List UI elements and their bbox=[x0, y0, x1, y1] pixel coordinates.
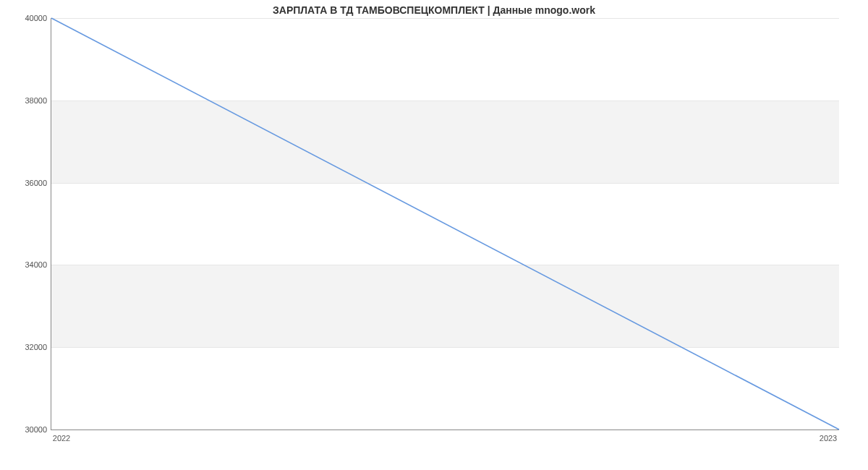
ytick-label: 32000 bbox=[4, 343, 47, 351]
chart-title: ЗАРПЛАТА В ТД ТАМБОВСПЕЦКОМПЛЕКТ | Данны… bbox=[0, 4, 868, 16]
ytick-label: 38000 bbox=[4, 96, 47, 105]
chart-container: ЗАРПЛАТА В ТД ТАМБОВСПЕЦКОМПЛЕКТ | Данны… bbox=[0, 0, 868, 470]
line-series bbox=[51, 18, 839, 430]
plot-area bbox=[51, 18, 839, 430]
ytick-label: 34000 bbox=[4, 260, 47, 269]
ytick-label: 36000 bbox=[4, 179, 47, 187]
xtick-label: 2022 bbox=[53, 434, 70, 443]
ytick-label: 40000 bbox=[4, 14, 47, 22]
ytick-label: 30000 bbox=[4, 425, 47, 434]
xtick-label: 2023 bbox=[820, 434, 837, 443]
